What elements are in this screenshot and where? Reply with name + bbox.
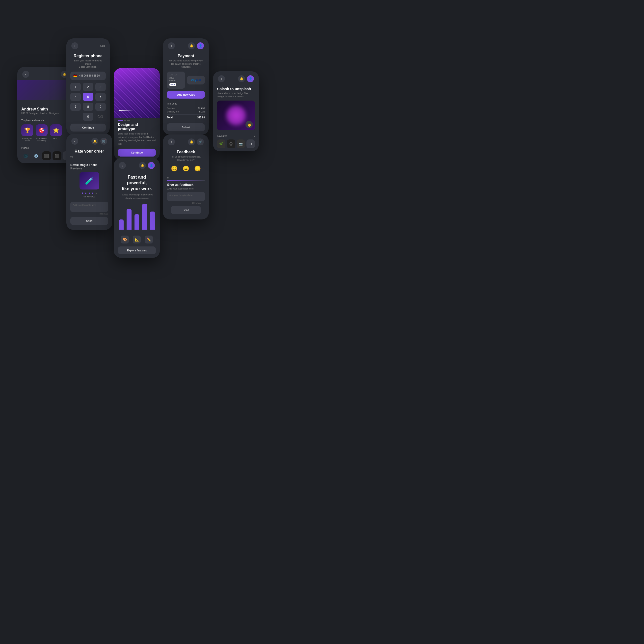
bars-chart (114, 204, 160, 234)
fast-title: Fast and powerful,like your work (114, 171, 160, 193)
skip-button[interactable]: Skip (100, 45, 105, 47)
favorites-row: 🌿 🎧 📷 +4 (217, 139, 255, 148)
bell-icon[interactable]: 🔔 (188, 138, 195, 145)
fast-features-card: ‹ 🔔 👤 Fast and powerful,like your work P… (114, 158, 160, 258)
fast-description: Packed with design features you already … (114, 193, 160, 204)
splash-header: ‹ 🔔 👤 (213, 71, 259, 85)
back-button[interactable]: ‹ (218, 75, 225, 82)
key-0[interactable]: 0 (83, 113, 93, 121)
stars-row: ★ ★ ★ ★ ★ (70, 191, 108, 195)
feature-icons-row: 🎨 📐 ✏️ (114, 234, 160, 246)
step-dot-2 (124, 120, 126, 121)
star-5[interactable]: ★ (95, 191, 98, 195)
feature-icon-1[interactable]: 🎨 (121, 236, 129, 243)
give-feedback-section: 01 Give us feedback Write your suggestio… (163, 175, 209, 219)
key-3[interactable]: 3 (95, 83, 106, 91)
trophy-colleagues: 🏆 Colleaguesphoto (21, 124, 33, 142)
add-cart-button[interactable]: Add new Cart (167, 91, 205, 99)
continue-button[interactable]: Continue (70, 124, 106, 132)
bell-icon[interactable]: 🔔 (139, 162, 146, 169)
back-button[interactable]: ‹ (71, 138, 78, 145)
back-button[interactable]: ‹ (71, 42, 78, 49)
subtotal-value: $26.55 (198, 107, 205, 109)
step-fill (70, 159, 93, 159)
feature-icon-3[interactable]: ✏️ (145, 236, 153, 243)
onboarding-title: Design and prototype (114, 122, 160, 132)
total-label: Total (167, 116, 173, 119)
splash-title: Splash to unsplash (213, 85, 259, 92)
avatar-icon[interactable]: 👤 (247, 75, 254, 82)
key-9[interactable]: 9 (95, 103, 106, 111)
step-progress-bar (70, 159, 108, 159)
trophy-icon-1: 🏆 (21, 124, 33, 136)
star-1[interactable]: ★ (81, 191, 84, 195)
bell-icon[interactable]: 🔔 (188, 42, 195, 49)
favorites-section: Favorites › 🌿 🎧 📷 +4 (213, 133, 259, 151)
delivery-label: Delivery fee (167, 110, 179, 113)
bell-icon[interactable]: 🔔 (238, 75, 245, 82)
register-title: Register phone (66, 52, 110, 59)
register-header: ‹ Skip (66, 38, 110, 52)
key-7[interactable]: 7 (70, 103, 81, 111)
avatar-icon[interactable]: 👤 (148, 162, 155, 169)
star-3[interactable]: ★ (88, 191, 91, 195)
send-button[interactable]: Send (70, 217, 108, 225)
phone-input[interactable]: 🇩🇪 +38 063 864 68 90 (70, 72, 106, 80)
key-4[interactable]: 4 (70, 93, 81, 101)
explore-button[interactable]: Explore features (118, 246, 156, 254)
back-button[interactable]: ‹ (168, 42, 175, 49)
step-number: 02 (70, 156, 108, 158)
key-8[interactable]: 8 (83, 103, 93, 111)
emoji-happy[interactable]: 😊 (171, 165, 178, 172)
visa-badge: VISA (169, 83, 176, 86)
emoji-neutral[interactable]: 😐 (183, 165, 189, 172)
fast-header: ‹ 🔔 👤 (114, 158, 160, 171)
product-name: Bottle Magic Tricks Reviews (70, 163, 108, 170)
summary-date: Feb, 2020 (167, 103, 205, 105)
splash-description: Share a link to your design files,and ge… (213, 92, 259, 101)
credit-card[interactable]: **** **** 2203 09 / 20 VISA (167, 72, 185, 89)
rate-order-header: ‹ 🔔 🛒 (66, 134, 112, 147)
avatar-icon[interactable]: 👤 (197, 42, 204, 49)
review-count: 54 Reviews (70, 195, 108, 198)
trophy-label-1: Colleaguesphoto (22, 137, 32, 142)
cart-icon[interactable]: 🛒 (100, 138, 107, 145)
key-1[interactable]: 1 (70, 83, 81, 91)
suggestion-textarea[interactable]: Add your thoughts here (167, 192, 205, 201)
submit-button[interactable]: Submit (167, 123, 205, 131)
key-6[interactable]: 6 (95, 93, 106, 101)
bell-icon[interactable]: 🔔 (91, 138, 98, 145)
trophy-icon-2: 🎯 (36, 124, 48, 136)
delivery-value: $1.25 (199, 110, 205, 113)
place-4: ⬛ (53, 151, 61, 160)
back-button[interactable]: ‹ (119, 162, 126, 169)
give-gradient-bar (167, 180, 205, 181)
back-button[interactable]: ‹ (168, 138, 175, 145)
paypal-card[interactable]: PayPal (187, 76, 205, 84)
emoji-sad[interactable]: 😞 (194, 165, 201, 172)
onboarding-continue-button[interactable]: Continue (118, 149, 156, 157)
subtotal-label: Subtotal (167, 107, 175, 109)
review-textarea[interactable]: Add your thoughts here (70, 202, 108, 212)
bar-4 (142, 204, 147, 230)
emoji-row: 😊 😐 😞 (163, 164, 209, 175)
feedback-send-button[interactable]: Send (171, 206, 201, 214)
key-5[interactable]: 5 (83, 93, 93, 101)
give-step-number: 01 (167, 177, 205, 179)
payment-header: ‹ 🔔 👤 (163, 38, 209, 52)
rate-title: Rate your order (66, 147, 112, 156)
onboarding-image (114, 68, 160, 118)
onboarding-description: Bring your ideas to life faster in anima… (114, 132, 160, 149)
fav-1: 🌿 (217, 139, 225, 148)
back-button[interactable]: ‹ (22, 71, 29, 78)
favorites-more[interactable]: +4 (246, 139, 255, 148)
key-2[interactable]: 2 (83, 83, 93, 91)
onboarding-card: Design and prototype Bring your ideas to… (114, 68, 160, 160)
key-clear[interactable]: ⌫ (95, 113, 106, 121)
cart-icon[interactable]: 🛒 (197, 138, 204, 145)
star-2[interactable]: ★ (84, 191, 87, 195)
bar-1 (119, 219, 124, 230)
star-4[interactable]: ★ (91, 191, 94, 195)
feature-icon-2[interactable]: 📐 (133, 236, 141, 243)
card-number: **** **** 2203 (169, 74, 183, 79)
